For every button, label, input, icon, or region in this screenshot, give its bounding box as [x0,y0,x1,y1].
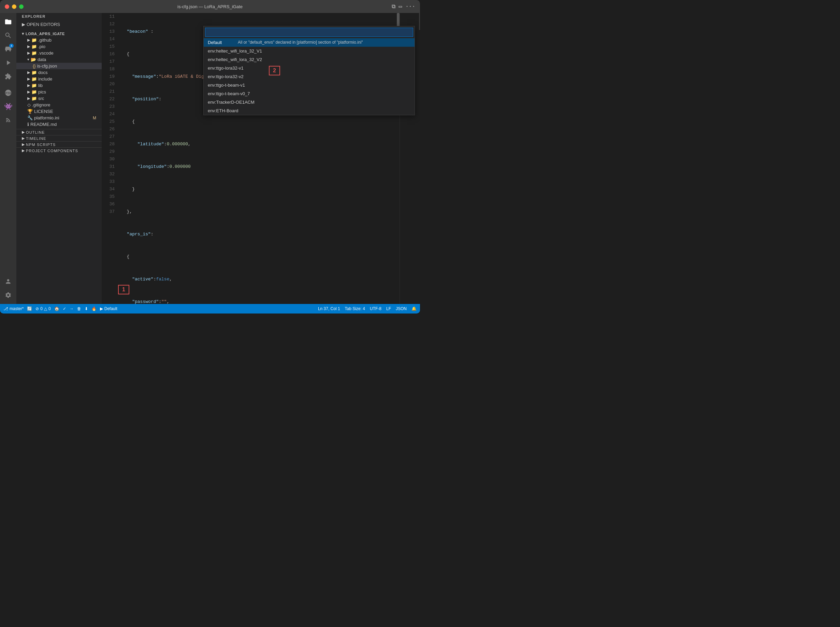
npm-section: ▶ NPM SCRIPTS [16,141,102,147]
lib-label: lib [38,83,99,88]
explorer-icon[interactable] [2,16,14,28]
home-status[interactable]: 🏠 [54,306,59,311]
tab-size-status[interactable]: Tab Size: 4 [345,306,365,311]
branch-status[interactable]: ⎇ master* [3,306,24,311]
sync-status[interactable]: 🔄 [27,306,32,311]
pics-folder[interactable]: ▶ 📁 pics [16,89,102,95]
status-left: ⎇ master* 🔄 ⊘ 0 △ 0 🏠 ✓ → 🗑 ⬇ 🔥 [3,306,117,311]
vscode-folder[interactable]: ▶ 📁 .vscode [16,50,102,56]
errors-status[interactable]: ⊘ 0 △ 0 [35,306,50,311]
search-icon[interactable] [2,29,14,42]
folder-icon: 📁 [32,96,37,101]
minimap-slider [419,13,420,30]
platformio-label: platformio.ini [34,115,93,120]
outline-header[interactable]: ▶ OUTLINE [16,129,102,135]
play-status[interactable]: ▶ Default [100,306,117,311]
split-editor-icon[interactable]: ⧉ [392,3,396,10]
platformio-icon: 🔧 [27,115,33,120]
code-line-22: "active":false, [121,276,400,283]
badge-2: 2 [269,66,280,76]
dropdown-item-name: Default [208,40,235,45]
extensions-icon[interactable] [2,70,14,83]
project-header[interactable]: ▾ LORA_APRS_IGATE [16,30,102,37]
check-status[interactable]: ✓ [63,306,66,311]
platformio-file[interactable]: 🔧 platformio.ini M [16,115,102,121]
more-actions-icon[interactable]: ··· [405,3,415,9]
arrow-status[interactable]: → [69,306,74,311]
rss-icon[interactable] [2,114,14,126]
pio-label: .pio [38,44,99,49]
notification-status[interactable]: 🔔 [411,306,417,311]
chevron-right-icon: ▶ [27,83,30,88]
maximize-button[interactable] [19,5,24,9]
settings-icon[interactable] [2,289,14,301]
is-cfg-file[interactable]: {} is-cfg.json [16,63,102,69]
folder-icon: 📁 [32,44,37,49]
alien-icon[interactable]: 👾 [2,100,14,113]
badge-1: 1 [118,285,129,295]
language-label: JSON [396,306,407,311]
docs-folder[interactable]: ▶ 📁 docs [16,69,102,76]
dropdown-item-tracker[interactable]: env:TrackerD-OE1ACM [204,98,414,106]
lib-folder[interactable]: ▶ 📁 lib [16,82,102,89]
project-components-header[interactable]: ▶ PROJECT COMPONENTS [16,148,102,153]
open-editors-header[interactable]: ▶ OPEN EDITORS [16,21,102,28]
branch-label: master* [9,306,24,311]
dropdown-item-tbeam-v07[interactable]: env:ttgo-t-beam-v0_7 [204,89,414,98]
dropdown-item-ttgo-v1[interactable]: env:ttgo-lora32-v1 [204,64,414,72]
accounts-icon[interactable] [2,275,14,288]
license-icon: 🏆 [27,109,33,114]
data-folder[interactable]: ▾ 📂 data [16,56,102,63]
platformio-icon[interactable]: PIO [2,87,14,99]
pics-label: pics [38,89,99,95]
project-components-section: ▶ PROJECT COMPONENTS [16,147,102,153]
chevron-right-icon: ▶ [22,142,25,147]
download-status[interactable]: ⬇ [85,306,88,311]
outline-label: OUTLINE [26,130,99,134]
license-file[interactable]: 🏆 LICENSE [16,108,102,115]
vscode-label: .vscode [38,50,99,56]
home-icon: 🏠 [54,306,59,311]
tab-size-label: Tab Size: 4 [345,306,365,311]
dropdown-item-ttgo-v2[interactable]: env:ttgo-lora32-v2 [204,72,414,81]
timeline-label: TIMELINE [26,137,99,140]
timeline-header[interactable]: ▶ TIMELINE [16,135,102,141]
run-debug-icon[interactable] [2,57,14,69]
arrow-icon: → [69,306,74,311]
trash-status[interactable]: 🗑 [77,306,81,311]
json-file-icon: {} [33,63,36,69]
scrollbar-thumb[interactable] [397,13,400,27]
dropdown-item-name: env:heltec_wifi_lora_32_V2 [208,57,262,62]
src-folder[interactable]: ▶ 📁 src [16,95,102,102]
npm-label: NPM SCRIPTS [26,143,99,147]
window-title: is-cfg.json — LoRa_APRS_iGate [177,4,243,9]
dropdown-item-eth[interactable]: env:ETH-Board [204,106,414,115]
toggle-panel-icon[interactable]: ▭ [399,3,402,10]
dropdown-item-name: env:heltec_wifi_lora_32_V1 [208,49,262,54]
npm-header[interactable]: ▶ NPM SCRIPTS [16,142,102,147]
dropdown-item-name: env:ttgo-lora32-v1 [208,66,244,71]
position-status[interactable]: Ln 37, Col 1 [318,306,340,311]
minimize-button[interactable] [12,5,16,9]
fire-status[interactable]: 🔥 [91,306,96,311]
github-folder[interactable]: ▶ 📁 .github [16,37,102,43]
dropdown-item-default[interactable]: Default All or "default_envs" declared i… [204,38,414,47]
dropdown-item-tbeam-v1[interactable]: env:ttgo-t-beam-v1 [204,81,414,89]
include-folder[interactable]: ▶ 📁 include [16,76,102,82]
dropdown-item-heltec-v2[interactable]: env:heltec_wifi_lora_32_V2 [204,55,414,64]
eol-status[interactable]: LF [386,306,391,311]
language-status[interactable]: JSON [396,306,407,311]
encoding-status[interactable]: UTF-8 [370,306,381,311]
dropdown-search-input[interactable] [205,28,413,37]
readme-file[interactable]: ℹ README.md [16,121,102,128]
pio-folder[interactable]: ▶ 📁 .pio [16,43,102,50]
dropdown-item-name: env:ttgo-t-beam-v1 [208,83,245,88]
dropdown-item-heltec-v1[interactable]: env:heltec_wifi_lora_32_V1 [204,47,414,55]
dropdown-item-name: env:ETH-Board [208,108,238,113]
source-control-icon[interactable]: 4 [2,43,14,55]
source-control-badge: 4 [9,44,14,48]
gitignore-file[interactable]: ◇ .gitignore [16,102,102,108]
open-editors-label: OPEN EDITORS [27,22,99,27]
close-button[interactable] [5,5,9,9]
dropdown-search-container [204,26,414,38]
